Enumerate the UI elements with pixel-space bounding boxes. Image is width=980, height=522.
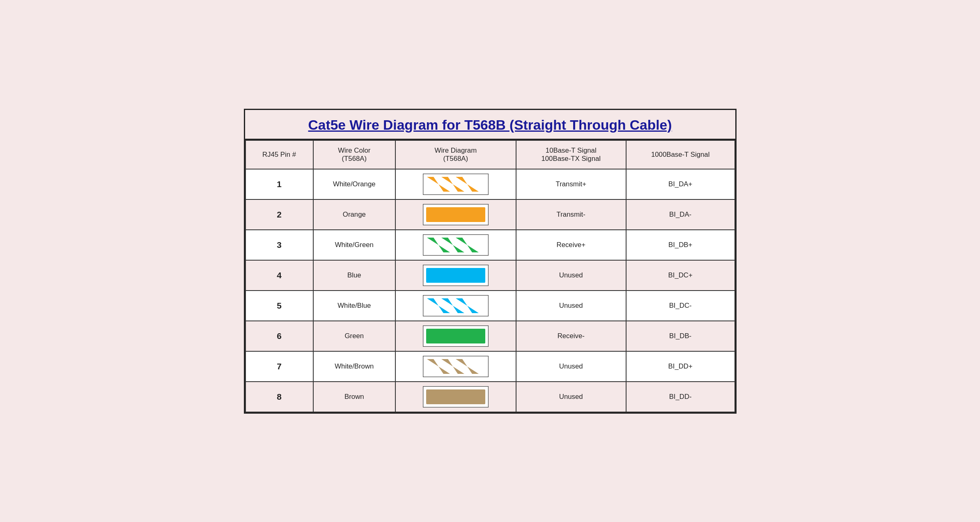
wire-diagram-cell (395, 382, 516, 412)
table-row: 6 Green Receive- BI_DB- (246, 321, 735, 351)
wire-color: Brown (313, 382, 395, 412)
wire-color: Blue (313, 260, 395, 291)
wire-color: White/Green (313, 230, 395, 260)
wire-visual (399, 204, 512, 225)
table-row: 5 White/Blue Unused BI_DC- (246, 291, 735, 321)
pin-number: 1 (246, 169, 313, 199)
gbase-signal: BI_DB- (626, 321, 735, 351)
gbase-signal: BI_DA+ (626, 169, 735, 199)
wire-color: White/Blue (313, 291, 395, 321)
wire-visual (399, 234, 512, 256)
signal-type: Receive- (516, 321, 626, 351)
wire-visual (399, 174, 512, 195)
signal-type: Unused (516, 260, 626, 291)
wire-diagram-cell (395, 351, 516, 382)
table-header-row: RJ45 Pin # Wire Color (T568A) Wire Diagr… (246, 140, 735, 169)
wire-diagram-cell (395, 230, 516, 260)
svg-rect-27 (426, 389, 485, 404)
table-row: 2 Orange Transmit- BI_DA- (246, 199, 735, 230)
wire-visual (399, 295, 512, 316)
svg-rect-13 (426, 268, 485, 283)
wire-color: White/Orange (313, 169, 395, 199)
wire-diagram-cell (395, 291, 516, 321)
wire-visual (399, 386, 512, 408)
page-container: Cat5e Wire Diagram for T568B (Straight T… (244, 109, 737, 414)
svg-rect-7 (423, 234, 489, 256)
pin-number: 6 (246, 321, 313, 351)
wire-color: White/Brown (313, 351, 395, 382)
signal-type: Unused (516, 351, 626, 382)
wire-visual (399, 356, 512, 377)
table-row: 7 White/Brown Unused BI_DD+ (246, 351, 735, 382)
pin-number: 3 (246, 230, 313, 260)
svg-rect-6 (426, 207, 485, 222)
signal-type: Transmit+ (516, 169, 626, 199)
table-row: 8 Brown Unused BI_DD- (246, 382, 735, 412)
header-pin: RJ45 Pin # (246, 140, 313, 169)
svg-rect-0 (423, 174, 489, 195)
wire-diagram-cell (395, 321, 516, 351)
pin-number: 7 (246, 351, 313, 382)
signal-type: Unused (516, 291, 626, 321)
svg-rect-14 (423, 295, 489, 316)
wire-visual (399, 265, 512, 286)
signal-type: Transmit- (516, 199, 626, 230)
table-row: 1 White/Orange Transmit+ BI_DA+ (246, 169, 735, 199)
gbase-signal: BI_DD- (626, 382, 735, 412)
wire-diagram-cell (395, 169, 516, 199)
pin-number: 2 (246, 199, 313, 230)
header-wire-diagram: Wire Diagram (T568A) (395, 140, 516, 169)
gbase-signal: BI_DB+ (626, 230, 735, 260)
gbase-signal: BI_DA- (626, 199, 735, 230)
wire-color: Green (313, 321, 395, 351)
header-wire-color: Wire Color (T568A) (313, 140, 395, 169)
table-row: 3 White/Green Receive+ BI_DB+ (246, 230, 735, 260)
wire-color: Orange (313, 199, 395, 230)
wire-diagram-cell (395, 199, 516, 230)
wire-visual (399, 325, 512, 347)
gbase-signal: BI_DD+ (626, 351, 735, 382)
signal-type: Unused (516, 382, 626, 412)
gbase-signal: BI_DC- (626, 291, 735, 321)
signal-type: Receive+ (516, 230, 626, 260)
pin-number: 5 (246, 291, 313, 321)
pin-number: 4 (246, 260, 313, 291)
table-row: 4 Blue Unused BI_DC+ (246, 260, 735, 291)
wire-diagram-table: RJ45 Pin # Wire Color (T568A) Wire Diagr… (245, 140, 735, 412)
pin-number: 8 (246, 382, 313, 412)
svg-rect-20 (426, 329, 485, 343)
wire-diagram-cell (395, 260, 516, 291)
svg-rect-21 (423, 356, 489, 377)
gbase-signal: BI_DC+ (626, 260, 735, 291)
header-gbase: 1000Base-T Signal (626, 140, 735, 169)
page-title: Cat5e Wire Diagram for T568B (Straight T… (245, 110, 735, 140)
header-signal: 10Base-T Signal 100Base-TX Signal (516, 140, 626, 169)
